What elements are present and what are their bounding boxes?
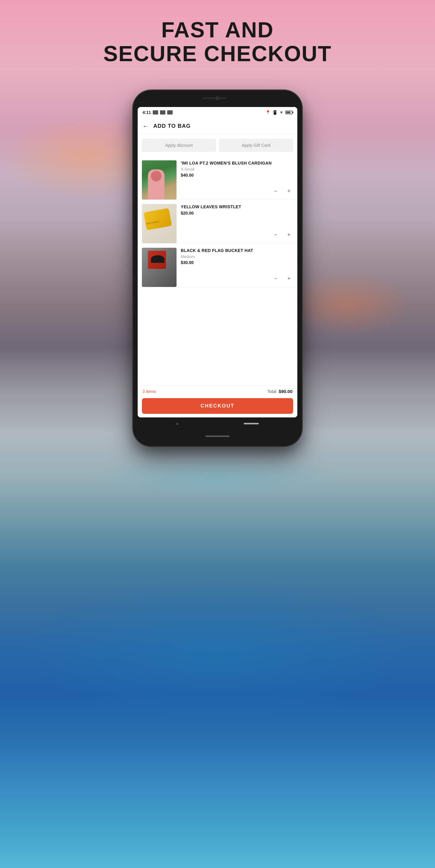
phone-home-bar (205, 435, 230, 437)
item-price-1: $40.00 (181, 173, 293, 178)
item-name-2: YELLOW LEAVES WRISTLET (181, 204, 293, 210)
gmail-icon (153, 110, 158, 115)
status-bar-right: 📍 📳 ▼ (265, 110, 293, 115)
battery-fill (286, 112, 291, 113)
cart-item-1: 'IMI LOA PT.2 WOMEN'S BLUSH CARDIGAN X-S… (138, 156, 297, 200)
item-image-hat (142, 248, 176, 287)
total-section: Total $90.00 (268, 389, 293, 394)
app-icon-2 (167, 110, 173, 115)
phone-frame: 4:11 📍 📳 ▼ ← ADD TO BAG Apply discount A… (133, 90, 302, 446)
cart-items-list: 'IMI LOA PT.2 WOMEN'S BLUSH CARDIGAN X-S… (138, 156, 297, 399)
decrease-qty-3[interactable]: − (271, 274, 280, 283)
page-title: ADD TO BAG (153, 123, 191, 129)
vibrate-icon: 📳 (272, 110, 277, 115)
totals-row: 3 items Total $90.00 (138, 386, 297, 397)
cart-item-3: BLACK & RED FLAG BUCKET HAT Medium $30.0… (138, 244, 297, 287)
qty-controls-2: − + (271, 230, 293, 239)
page-header: ← ADD TO BAG (138, 118, 297, 134)
home-indicator[interactable] (244, 423, 259, 424)
items-count: 3 items (142, 389, 156, 394)
battery-icon (285, 111, 293, 114)
status-bar-left: 4:11 (142, 110, 173, 115)
headline: FAST AND SECURE CHECKOUT (0, 18, 435, 66)
action-buttons-row: Apply discount Apply Gift Card (138, 134, 297, 156)
app-icon-1 (160, 110, 165, 115)
checkout-button[interactable]: CHECKOUT (142, 398, 293, 414)
item-name-1: 'IMI LOA PT.2 WOMEN'S BLUSH CARDIGAN (181, 160, 293, 166)
qty-controls-3: − + (271, 274, 293, 283)
item-name-3: BLACK & RED FLAG BUCKET HAT (181, 248, 293, 253)
increase-qty-3[interactable]: + (285, 274, 293, 283)
phone-screen: 4:11 📍 📳 ▼ ← ADD TO BAG Apply discount A… (138, 107, 297, 417)
increase-qty-2[interactable]: + (285, 230, 293, 239)
cart-footer: 3 items Total $90.00 CHECKOUT (138, 385, 297, 417)
decrease-qty-1[interactable]: − (271, 187, 280, 195)
back-button[interactable]: ← (142, 123, 148, 130)
wifi-icon: ▼ (279, 110, 283, 115)
cart-item-2: YELLOW LEAVES WRISTLET $20.00 − + (138, 200, 297, 244)
headline-line2: SECURE CHECKOUT (0, 42, 435, 66)
status-bar: 4:11 📍 📳 ▼ (138, 107, 297, 118)
status-time: 4:11 (142, 110, 151, 115)
item-size-1: X-Small (181, 167, 293, 172)
decrease-qty-2[interactable]: − (271, 230, 280, 239)
total-label: Total (268, 389, 276, 394)
headline-line1: FAST AND (0, 18, 435, 42)
location-icon: 📍 (265, 110, 270, 115)
item-size-3: Medium (181, 254, 293, 259)
item-image-cardigan (142, 160, 176, 199)
back-nav-icon[interactable]: ‹ (176, 421, 178, 427)
apply-discount-button[interactable]: Apply discount (142, 138, 216, 152)
item-image-wristlet (142, 204, 176, 243)
qty-controls-1: − + (271, 187, 293, 195)
phone-speaker (202, 97, 227, 99)
phone-bottom-nav: ‹ (138, 417, 297, 430)
item-price-2: $20.00 (181, 211, 293, 216)
total-amount: $90.00 (279, 389, 293, 394)
phone-camera (216, 96, 219, 100)
apply-gift-card-button[interactable]: Apply Gift Card (219, 138, 293, 152)
item-price-3: $30.00 (181, 260, 293, 265)
increase-qty-1[interactable]: + (285, 187, 293, 195)
